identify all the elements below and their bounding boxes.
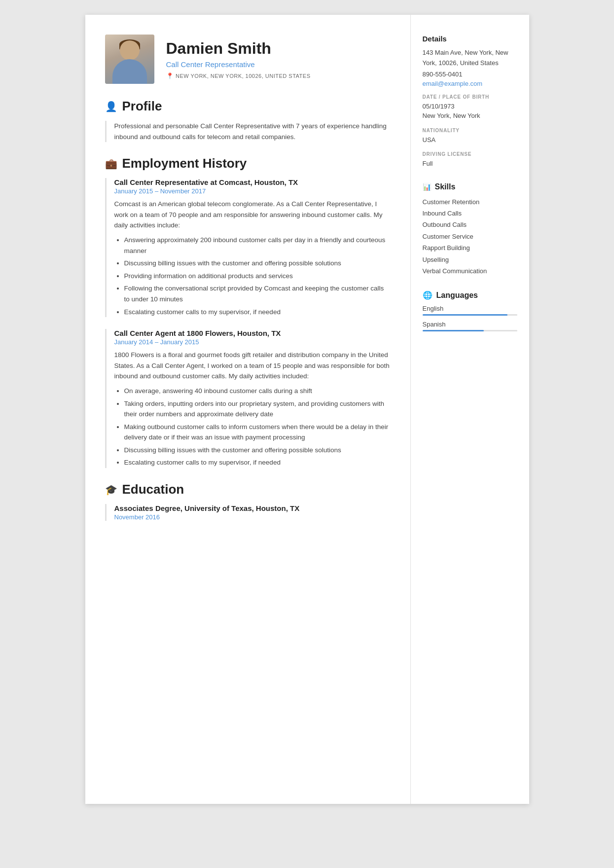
job-dates-2: January 2014 – January 2015 (114, 338, 391, 346)
list-item: Taking orders, inputting orders into our… (124, 398, 391, 420)
details-phone: 890-555-0401 (423, 71, 517, 78)
profile-icon: 👤 (105, 101, 117, 112)
list-item: Escalating customer calls to my supervis… (124, 457, 391, 468)
resume-container: Damien Smith Call Center Representative … (85, 15, 529, 804)
language-name-english: English (423, 305, 517, 312)
list-item: Making outbound customer calls to inform… (124, 422, 391, 443)
candidate-location: 📍 NEW YORK, NEW YORK, 10026, UNITED STAT… (166, 72, 311, 79)
education-section: 🎓 Education Associates Degree, Universit… (105, 482, 391, 521)
profile-section-title: 👤 Profile (105, 99, 391, 114)
job-title-1: Call Center Representative at Comcast, H… (114, 178, 391, 186)
job-dates-1: January 2015 – November 2017 (114, 187, 391, 195)
job-entry-1: Call Center Representative at Comcast, H… (105, 178, 391, 317)
nationality-value: USA (423, 135, 517, 145)
dob-label: DATE / PLACE OF BIRTH (423, 94, 517, 100)
resume-header: Damien Smith Call Center Representative … (105, 35, 391, 84)
language-item-english: English (423, 305, 517, 316)
language-bar-fill-english (423, 314, 508, 316)
skill-item: Customer Retention (423, 196, 517, 208)
sidebar: Details 143 Main Ave, New York, New York… (411, 15, 529, 804)
details-address: 143 Main Ave, New York, New York, 10026,… (423, 48, 517, 69)
language-bar-bg-spanish (423, 330, 517, 331)
location-pin-icon: 📍 (166, 72, 174, 79)
skill-item: Outbound Calls (423, 219, 517, 230)
job-title-2: Call Center Agent at 1800 Flowers, Houst… (114, 329, 391, 337)
candidate-title: Call Center Representative (166, 60, 311, 69)
job-bullets-2: On average, answering 40 inbound custome… (114, 386, 391, 468)
languages-section: 🌐 Languages English Spanish (423, 290, 517, 331)
driving-label: DRIVING LICENSE (423, 151, 517, 157)
languages-title: 🌐 Languages (423, 290, 517, 300)
list-item: Discussing billing issues with the custo… (124, 445, 391, 456)
profile-text: Professional and personable Call Center … (105, 121, 391, 142)
edu-entry-1: Associates Degree, University of Texas, … (105, 504, 391, 521)
skill-item: Upselling (423, 254, 517, 265)
list-item: Discussing billing issues with the custo… (124, 258, 391, 269)
details-title: Details (423, 35, 517, 43)
skills-icon: 📊 (423, 183, 431, 191)
job-desc-2: 1800 Flowers is a floral and gourmet foo… (114, 350, 391, 382)
language-name-spanish: Spanish (423, 321, 517, 328)
list-item: On average, answering 40 inbound custome… (124, 386, 391, 397)
list-item: Escalating customer calls to my supervis… (124, 307, 391, 318)
main-content: Damien Smith Call Center Representative … (85, 15, 411, 804)
skills-title: 📊 Skills (423, 182, 517, 191)
language-item-spanish: Spanish (423, 321, 517, 331)
list-item: Following the conversational script prov… (124, 283, 391, 304)
nationality-label: NATIONALITY (423, 128, 517, 133)
details-section: Details 143 Main Ave, New York, New York… (423, 35, 517, 169)
job-bullets-1: Answering approximately 200 inbound cust… (114, 235, 391, 317)
skills-list: Customer Retention Inbound Calls Outboun… (423, 196, 517, 277)
employment-section: 💼 Employment History Call Center Represe… (105, 156, 391, 468)
globe-icon: 🌐 (423, 290, 433, 300)
education-section-title: 🎓 Education (105, 482, 391, 497)
edu-dates-1: November 2016 (114, 513, 391, 521)
briefcase-icon: 💼 (105, 158, 117, 170)
employment-section-title: 💼 Employment History (105, 156, 391, 171)
skill-item: Inbound Calls (423, 208, 517, 219)
header-info: Damien Smith Call Center Representative … (166, 39, 311, 79)
profile-section: 👤 Profile Professional and personable Ca… (105, 99, 391, 142)
dob-value: 05/10/1973 New York, New York (423, 102, 517, 121)
skill-item: Rapport Building (423, 242, 517, 253)
skills-section: 📊 Skills Customer Retention Inbound Call… (423, 182, 517, 277)
skill-item: Verbal Communication (423, 265, 517, 277)
list-item: Providing information on additional prod… (124, 271, 391, 282)
edu-title-1: Associates Degree, University of Texas, … (114, 504, 391, 512)
candidate-name: Damien Smith (166, 39, 311, 58)
language-bar-bg-english (423, 314, 517, 316)
job-entry-2: Call Center Agent at 1800 Flowers, Houst… (105, 329, 391, 468)
list-item: Answering approximately 200 inbound cust… (124, 235, 391, 256)
graduation-icon: 🎓 (105, 484, 117, 496)
job-desc-1: Comcast is an American global telecom co… (114, 199, 391, 231)
details-email: email@example.com (423, 80, 517, 87)
avatar (105, 35, 154, 84)
driving-value: Full (423, 159, 517, 169)
language-bar-fill-spanish (423, 330, 484, 331)
skill-item: Customer Service (423, 231, 517, 242)
